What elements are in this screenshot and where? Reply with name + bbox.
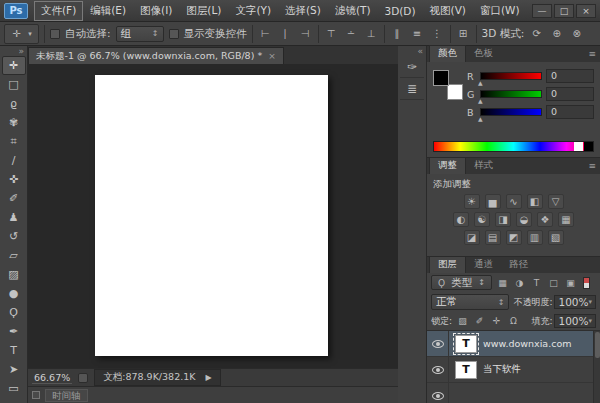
gradient-tool[interactable]: ▨ — [2, 265, 26, 284]
dodge-tool[interactable]: Ϙ — [2, 303, 26, 322]
curves-icon[interactable]: ∿ — [506, 194, 522, 209]
panel-menu-icon[interactable]: ≡ — [588, 161, 596, 171]
filter-pixel-layers-icon[interactable]: ▦ — [496, 276, 509, 289]
brush-tool[interactable]: ✐ — [2, 189, 26, 208]
current-tool-preset[interactable]: ✛ ▾ — [4, 24, 39, 44]
layer-row-background[interactable] — [427, 383, 600, 403]
tab-paths[interactable]: 路径 — [501, 257, 536, 273]
green-channel-slider[interactable]: ▲ — [480, 90, 542, 98]
type-layer-thumbnail[interactable]: T — [455, 361, 477, 379]
posterize-icon[interactable]: ▤ — [485, 230, 501, 245]
align-vertical-centers-icon[interactable]: ∸ — [344, 26, 359, 42]
tools-collapse-icon[interactable]: » — [18, 46, 24, 56]
lasso-tool[interactable]: ϱ — [2, 94, 26, 113]
menu-select[interactable]: 选择(S) — [278, 1, 328, 21]
zoom-level-field[interactable]: 66.67% — [32, 372, 72, 384]
gradient-map-icon[interactable]: ▥ — [527, 230, 543, 245]
blue-channel-value[interactable]: 0 — [546, 105, 594, 119]
minimize-button[interactable]: — — [532, 4, 552, 18]
menu-window[interactable]: 窗口(W) — [473, 1, 527, 21]
spot-healing-brush-tool[interactable]: ✜ — [2, 170, 26, 189]
history-brush-tool[interactable]: ↺ — [2, 227, 26, 246]
slider-thumb-icon[interactable]: ▲ — [478, 97, 483, 104]
menu-file[interactable]: 文件(F) — [34, 1, 83, 21]
path-selection-tool[interactable]: ➤ — [2, 360, 26, 379]
filter-type-layers-icon[interactable]: T — [530, 276, 543, 289]
invert-icon[interactable]: ◪ — [464, 230, 480, 245]
exposure-icon[interactable]: ◧ — [527, 194, 543, 209]
layer-row-dangxia[interactable]: T 当下软件 — [427, 357, 600, 383]
3d-pan-icon[interactable]: ⊕ — [549, 26, 564, 42]
visibility-cell[interactable] — [427, 383, 449, 403]
document-canvas[interactable] — [95, 75, 328, 356]
threshold-icon[interactable]: ◩ — [506, 230, 522, 245]
eye-icon[interactable] — [432, 366, 444, 374]
align-horizontal-centers-icon[interactable]: ∣ — [278, 26, 293, 42]
lock-all-icon[interactable]: Ω — [507, 315, 520, 328]
filter-shape-layers-icon[interactable]: □ — [547, 276, 560, 289]
type-tool[interactable]: T — [2, 341, 26, 360]
close-button[interactable]: × — [576, 4, 596, 18]
dock-collapse-icon[interactable]: « — [417, 46, 423, 56]
eye-icon[interactable] — [432, 340, 444, 348]
status-menu-arrow-icon[interactable]: ▶ — [206, 373, 212, 382]
distribute-vertical-icon[interactable]: ≡ — [410, 26, 425, 42]
layer-name[interactable]: 当下软件 — [483, 363, 521, 376]
align-left-edges-icon[interactable]: ⊢ — [258, 26, 273, 42]
filter-smart-objects-icon[interactable]: ▣ — [564, 276, 577, 289]
foreground-color-swatch[interactable] — [433, 70, 449, 86]
vibrance-icon[interactable]: ▽ — [548, 194, 564, 209]
tab-adjustments[interactable]: 调整 — [429, 157, 466, 174]
menu-view[interactable]: 视图(V) — [423, 1, 473, 21]
distribute-spacing-icon[interactable]: ⋮ — [430, 26, 445, 42]
scrollbar-thumb[interactable] — [595, 332, 600, 358]
tab-swatches[interactable]: 色板 — [466, 46, 501, 62]
green-channel-value[interactable]: 0 — [546, 87, 594, 101]
lock-position-icon[interactable]: ✛ — [490, 315, 503, 328]
auto-align-layers-icon[interactable]: ⊞ — [456, 26, 471, 42]
auto-select-checkbox[interactable] — [50, 29, 60, 39]
photo-filter-icon[interactable]: ◒ — [516, 212, 532, 227]
white-swatch[interactable] — [574, 142, 583, 151]
auto-select-target-dropdown[interactable]: 组 ↕ — [116, 26, 164, 42]
align-right-edges-icon[interactable]: ⊣ — [298, 26, 313, 42]
color-lookup-icon[interactable]: ▦ — [558, 212, 574, 227]
black-white-icon[interactable]: ◨ — [495, 212, 511, 227]
menu-3d[interactable]: 3D(D) — [377, 2, 422, 20]
blur-tool[interactable]: ● — [2, 284, 26, 303]
eyedropper-tool[interactable]: ∕ — [2, 151, 26, 170]
type-layer-thumbnail[interactable]: T — [455, 335, 477, 353]
slider-thumb-icon[interactable]: ▲ — [478, 115, 483, 122]
black-swatch[interactable] — [584, 142, 593, 151]
hue-saturation-icon[interactable]: ◐ — [453, 212, 469, 227]
lock-image-pixels-icon[interactable]: ✐ — [473, 315, 486, 328]
levels-icon[interactable]: ▅ — [485, 194, 501, 209]
rectangular-marquee-tool[interactable]: □ — [2, 75, 26, 94]
layer-filter-type-dropdown[interactable]: Ϙ 类型 ↕ — [431, 275, 492, 290]
background-color-swatch[interactable] — [447, 84, 463, 100]
tab-styles[interactable]: 样式 — [466, 158, 501, 174]
tab-channels[interactable]: 通道 — [466, 257, 501, 273]
brightness-contrast-icon[interactable]: ☀ — [464, 194, 480, 209]
tab-close-icon[interactable]: × — [268, 51, 276, 61]
visibility-cell[interactable] — [427, 357, 449, 382]
red-channel-value[interactable]: 0 — [546, 69, 594, 83]
menu-image[interactable]: 图像(I) — [133, 1, 179, 21]
channel-mixer-icon[interactable]: ❖ — [537, 212, 553, 227]
tab-layers[interactable]: 图层 — [429, 256, 466, 273]
move-tool[interactable]: ✛ — [2, 56, 26, 75]
blue-channel-slider[interactable]: ▲ — [480, 108, 542, 116]
tab-color[interactable]: 颜色 — [429, 45, 466, 62]
3d-scale-icon[interactable]: ⊗ — [569, 26, 584, 42]
rectangle-tool[interactable]: ▭ — [2, 379, 26, 398]
opacity-value-dropdown[interactable]: 100% ▾ — [554, 295, 596, 309]
align-top-edges-icon[interactable]: ⊤ — [324, 26, 339, 42]
show-transform-checkbox[interactable] — [169, 29, 179, 39]
3d-rotate-icon[interactable]: ⟳ — [529, 26, 544, 42]
eye-icon[interactable] — [432, 392, 444, 400]
layer-filter-toggle[interactable] — [583, 277, 590, 289]
color-balance-icon[interactable]: ☯ — [474, 212, 490, 227]
eraser-tool[interactable]: ▱ — [2, 246, 26, 265]
distribute-horizontal-icon[interactable]: ∥ — [390, 26, 405, 42]
lock-transparent-pixels-icon[interactable]: ▨ — [456, 315, 469, 328]
